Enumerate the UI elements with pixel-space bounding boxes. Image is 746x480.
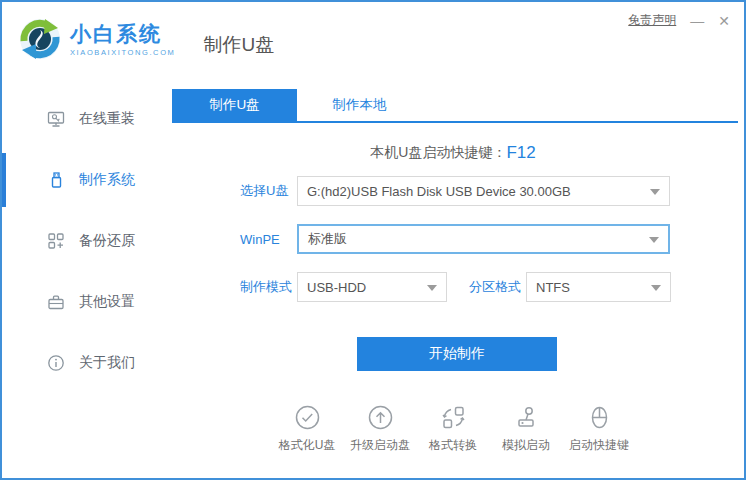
tool-boot-hotkey[interactable]: 启动快捷键: [569, 404, 629, 454]
dropdown-arrow-icon: [650, 189, 660, 195]
minimize-button[interactable]: —: [690, 14, 704, 28]
format-usb-icon: [294, 404, 321, 431]
mode-select[interactable]: USB-HDD: [297, 272, 447, 302]
boot-hotkey-label: 本机U盘启动快捷键：: [370, 144, 506, 160]
usb-drive-icon: [47, 171, 65, 189]
sidebar-item-other-settings[interactable]: 其他设置: [2, 277, 162, 327]
boot-hotkey-line: 本机U盘启动快捷键：F12: [162, 143, 744, 163]
sidebar-item-label: 制作系统: [79, 171, 135, 189]
winpe-select[interactable]: 标准版: [297, 224, 670, 254]
tool-label: 启动快捷键: [569, 437, 629, 454]
tab-make-local[interactable]: 制作本地: [297, 89, 422, 121]
app-window: 小白系统 XIAOBAIXITONG.COM 制作U盘 免责声明 — ✕ 在线重…: [0, 0, 746, 480]
usb-select-value: G:(hd2)USB Flash Disk USB Device 30.00GB: [307, 184, 571, 199]
partition-select-label: 分区格式: [469, 278, 526, 296]
titlebar: 小白系统 XIAOBAIXITONG.COM 制作U盘 免责声明 — ✕: [2, 2, 744, 76]
info-icon: [47, 354, 65, 372]
app-body: 在线重装 制作系统 备份还原: [2, 76, 744, 478]
mode-select-label: 制作模式: [240, 278, 297, 296]
tool-format-convert[interactable]: 格式转换: [423, 404, 483, 454]
partition-select-value: NTFS: [536, 280, 570, 295]
dropdown-arrow-icon: [651, 285, 661, 291]
disclaimer-link[interactable]: 免责声明: [628, 12, 676, 29]
sidebar-item-make-system[interactable]: 制作系统: [2, 155, 162, 205]
sidebar-item-backup-restore[interactable]: 备份还原: [2, 216, 162, 266]
sidebar-item-label: 在线重装: [79, 110, 135, 128]
brand-name: 小白系统: [70, 22, 175, 46]
close-button[interactable]: ✕: [718, 14, 730, 28]
tool-label: 升级启动盘: [350, 437, 410, 454]
tool-format-usb[interactable]: 格式化U盘: [277, 404, 337, 454]
brand-text: 小白系统 XIAOBAIXITONG.COM: [70, 22, 175, 57]
winpe-select-value: 标准版: [308, 230, 347, 248]
brand: 小白系统 XIAOBAIXITONG.COM: [18, 17, 175, 61]
sidebar: 在线重装 制作系统 备份还原: [2, 76, 162, 478]
mode-select-value: USB-HDD: [307, 280, 366, 295]
app-logo-icon: [18, 17, 62, 61]
dropdown-arrow-icon: [427, 285, 437, 291]
sidebar-item-online-reinstall[interactable]: 在线重装: [2, 94, 162, 144]
page-title: 制作U盘: [203, 32, 274, 58]
brand-domain: XIAOBAIXITONG.COM: [70, 48, 175, 57]
boot-hotkey-icon: [586, 404, 613, 431]
tool-simulate-boot[interactable]: 模拟启动: [496, 404, 556, 454]
tools-bar: 格式化U盘 升级启动盘: [162, 404, 744, 454]
sidebar-item-label: 其他设置: [79, 293, 135, 311]
partition-select[interactable]: NTFS: [526, 272, 671, 302]
window-controls: 免责声明 — ✕: [628, 12, 730, 29]
toolbox-icon: [47, 293, 65, 311]
mode-partition-row: 制作模式 USB-HDD 分区格式 NTFS: [240, 272, 744, 302]
tool-upgrade-boot-disk[interactable]: 升级启动盘: [350, 404, 410, 454]
sidebar-item-label: 备份还原: [79, 232, 135, 250]
usb-select-row: 选择U盘 G:(hd2)USB Flash Disk USB Device 30…: [240, 176, 744, 206]
start-make-button[interactable]: 开始制作: [357, 337, 557, 371]
sidebar-item-label: 关于我们: [79, 354, 135, 372]
sidebar-item-about-us[interactable]: 关于我们: [2, 338, 162, 388]
tool-label: 格式化U盘: [279, 437, 336, 454]
simulate-boot-icon: [513, 404, 540, 431]
tab-make-usb[interactable]: 制作U盘: [172, 89, 297, 121]
winpe-select-label: WinPE: [240, 232, 297, 247]
winpe-select-row: WinPE 标准版: [240, 224, 744, 254]
tool-label: 格式转换: [429, 437, 477, 454]
form: 选择U盘 G:(hd2)USB Flash Disk USB Device 30…: [240, 176, 744, 302]
tool-label: 模拟启动: [502, 437, 550, 454]
usb-select[interactable]: G:(hd2)USB Flash Disk USB Device 30.00GB: [297, 176, 670, 206]
main-panel: 制作U盘 制作本地 本机U盘启动快捷键：F12 选择U盘 G:(hd2)USB …: [162, 76, 744, 478]
dropdown-arrow-icon: [649, 237, 659, 243]
backup-restore-icon: [47, 232, 65, 250]
format-convert-icon: [440, 404, 467, 431]
boot-hotkey-value: F12: [506, 143, 535, 162]
usb-select-label: 选择U盘: [240, 182, 297, 200]
tabbar: 制作U盘 制作本地: [172, 89, 738, 123]
online-reinstall-icon: [47, 110, 65, 128]
upgrade-boot-icon: [367, 404, 394, 431]
